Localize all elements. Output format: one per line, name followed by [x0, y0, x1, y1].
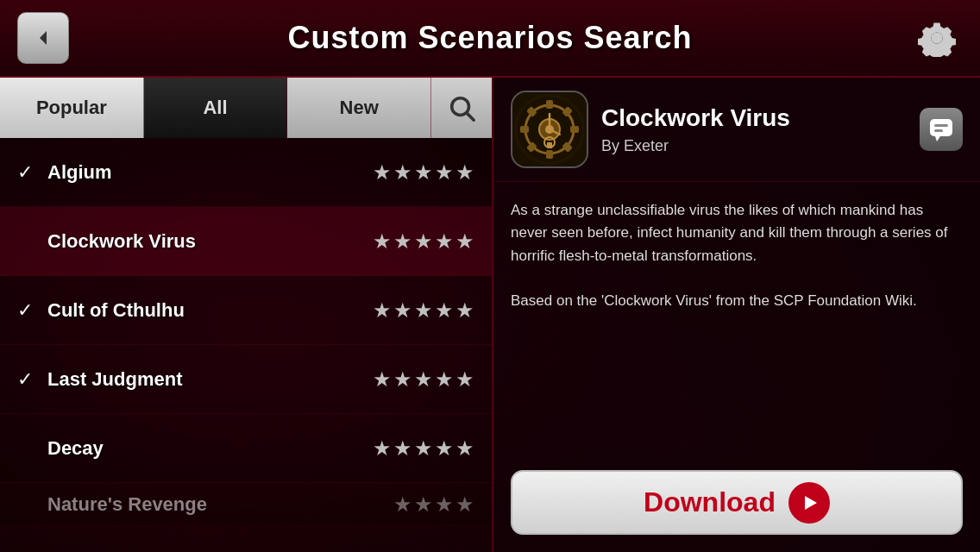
scenario-icon: [511, 91, 588, 168]
clockwork-icon-svg: [515, 95, 584, 164]
list-item[interactable]: Nature's Revenge ★ ★ ★ ★: [0, 483, 492, 526]
scenario-list: ✓ Algium ★ ★ ★ ★ ★ Clockwork Virus ★ ★ ★: [0, 138, 492, 552]
list-item[interactable]: ✓ Cult of Cthulhu ★ ★ ★ ★ ★: [0, 276, 492, 345]
list-item[interactable]: ✓ Last Judgment ★ ★ ★ ★ ★: [0, 345, 492, 414]
svg-rect-7: [546, 100, 553, 109]
star-rating: ★ ★ ★ ★ ★: [373, 367, 474, 392]
star-rating: ★ ★ ★ ★ ★: [373, 298, 474, 323]
settings-button[interactable]: [911, 12, 963, 64]
list-item[interactable]: Clockwork Virus ★ ★ ★ ★ ★: [0, 207, 492, 276]
svg-marker-0: [40, 31, 47, 45]
scenario-description: As a strange unclassifiable virus the li…: [493, 182, 980, 457]
scenario-name: Clockwork Virus: [47, 230, 373, 253]
svg-rect-13: [520, 126, 529, 133]
star-rating: ★ ★ ★ ★ ★: [373, 229, 474, 254]
tab-search[interactable]: [431, 78, 492, 138]
svg-rect-9: [570, 126, 579, 133]
list-item[interactable]: ✓ Algium ★ ★ ★ ★ ★: [0, 138, 492, 207]
check-icon: ✓: [17, 368, 43, 391]
svg-rect-19: [930, 119, 952, 136]
tab-new[interactable]: New: [287, 78, 431, 138]
back-button[interactable]: [17, 12, 69, 64]
tab-all[interactable]: All: [144, 78, 288, 138]
scenario-name: Algium: [47, 161, 373, 184]
svg-line-2: [467, 113, 474, 120]
svg-marker-23: [805, 496, 817, 510]
download-section: Download: [493, 457, 980, 552]
page-title: Custom Scenarios Search: [69, 20, 911, 56]
scenario-name: Decay: [47, 437, 373, 460]
check-icon: ✓: [17, 299, 43, 322]
check-icon: ✓: [17, 161, 43, 184]
back-icon: [33, 28, 53, 48]
play-icon: [788, 482, 830, 524]
scenario-name: Cult of Cthulhu: [47, 299, 373, 322]
detail-panel: Clockwork Virus By Exeter As a strange u…: [492, 78, 980, 552]
scenario-title-area: Clockwork Virus By Exeter: [601, 104, 907, 155]
tab-popular[interactable]: Popular: [0, 78, 144, 138]
download-button[interactable]: Download: [511, 470, 963, 535]
chat-icon: [928, 117, 954, 141]
play-triangle-icon: [800, 492, 820, 513]
tab-bar: Popular All New: [0, 78, 492, 138]
svg-marker-20: [935, 136, 940, 141]
star-rating: ★ ★ ★ ★ ★: [373, 436, 474, 461]
main-content: Popular All New ✓ Algium ★: [0, 78, 980, 552]
svg-rect-11: [546, 150, 553, 159]
description-text: As a strange unclassifiable virus the li…: [511, 199, 963, 267]
svg-rect-18: [547, 142, 552, 148]
description-extra: Based on the 'Clockwork Virus' from the …: [511, 290, 963, 312]
header: Custom Scenarios Search: [0, 0, 980, 78]
star-rating: ★ ★ ★ ★ ★: [373, 160, 474, 185]
download-label: Download: [644, 486, 776, 518]
svg-rect-22: [934, 129, 943, 132]
search-icon: [447, 93, 476, 122]
scenario-header: Clockwork Virus By Exeter: [493, 78, 980, 182]
star-rating: ★ ★ ★ ★: [393, 492, 474, 517]
left-panel: Popular All New ✓ Algium ★: [0, 78, 492, 552]
gear-icon: [918, 19, 956, 57]
svg-rect-21: [934, 124, 948, 127]
list-item[interactable]: Decay ★ ★ ★ ★ ★: [0, 414, 492, 483]
scenario-author: By Exeter: [601, 137, 907, 155]
scenario-name: Last Judgment: [47, 368, 373, 391]
scenario-name: Nature's Revenge: [47, 493, 393, 516]
chat-button[interactable]: [920, 108, 963, 151]
scenario-detail-title: Clockwork Virus: [601, 104, 907, 132]
